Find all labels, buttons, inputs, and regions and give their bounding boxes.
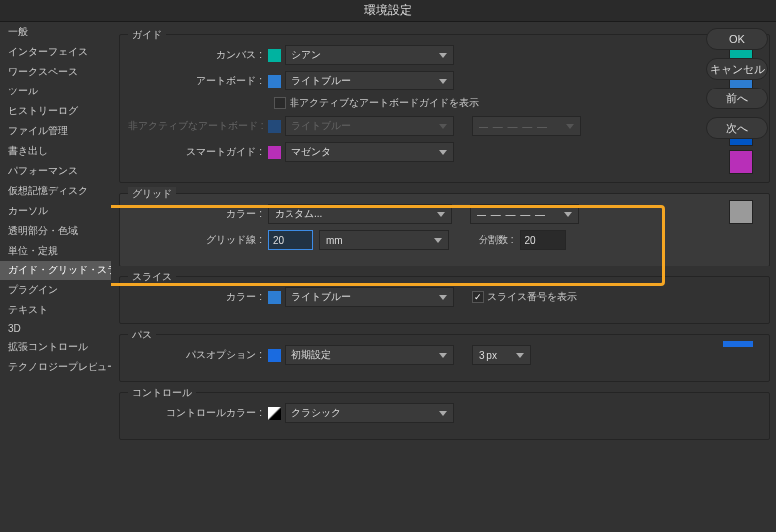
grid-color-label: カラー :: [128, 207, 268, 221]
sidebar-item-12[interactable]: ガイド・グリッド・スライス: [0, 261, 111, 280]
control-label: コントロールカラー :: [128, 406, 268, 420]
slice-swatch: [268, 291, 281, 304]
smart-color-tile[interactable]: [729, 150, 753, 174]
inactive-check-label: 非アクティブなアートボードガイドを表示: [290, 96, 479, 110]
artboard-label: アートボード :: [128, 74, 268, 88]
sidebar-item-2[interactable]: ワークスペース: [0, 62, 111, 82]
sidebar: 一般インターフェイスワークスペースツールヒストリーログファイル管理書き出しパフォ…: [0, 22, 111, 532]
section-title-grid: グリッド: [128, 187, 176, 201]
smart-swatch: [268, 146, 281, 159]
sidebar-item-11[interactable]: 単位・定規: [0, 241, 111, 261]
smart-label: スマートガイド :: [128, 145, 268, 159]
sidebar-item-9[interactable]: カーソル: [0, 201, 111, 221]
sidebar-item-10[interactable]: 透明部分・色域: [0, 221, 111, 241]
cancel-button[interactable]: キャンセル: [706, 58, 768, 80]
sidebar-item-13[interactable]: プラグイン: [0, 280, 111, 300]
sidebar-item-16[interactable]: 拡張コントロール: [0, 337, 111, 357]
sidebar-item-5[interactable]: ファイル管理: [0, 121, 111, 141]
window-title: 環境設定: [0, 0, 776, 22]
division-input[interactable]: [520, 230, 566, 250]
path-option-label: パスオプション :: [128, 348, 268, 362]
gridline-unit-dropdown[interactable]: mm: [319, 230, 449, 250]
sidebar-item-17[interactable]: テクノロジープレビュー: [0, 357, 111, 377]
slice-dropdown[interactable]: ライトブルー: [285, 287, 454, 307]
gridline-label: グリッド線 :: [128, 233, 268, 247]
slice-numbers-label: スライス番号を表示: [487, 290, 577, 304]
control-swatch: [268, 407, 281, 420]
canvas-dropdown[interactable]: シアン: [285, 45, 454, 65]
sidebar-item-0[interactable]: 一般: [0, 22, 111, 42]
grid-dash-dropdown[interactable]: — — — — —: [470, 204, 579, 224]
path-swatch: [268, 349, 281, 362]
control-dropdown[interactable]: クラシック: [285, 403, 454, 423]
sidebar-item-4[interactable]: ヒストリーログ: [0, 101, 111, 121]
section-title-control: コントロール: [128, 386, 196, 400]
slice-numbers-checkbox[interactable]: [472, 291, 484, 303]
path-option-dropdown[interactable]: 初期設定: [285, 345, 454, 365]
path-px-dropdown[interactable]: 3 px: [472, 345, 531, 365]
inactive-dash-dropdown: — — — — —: [472, 116, 581, 136]
canvas-label: カンバス :: [128, 48, 268, 62]
slice-color-label: カラー :: [128, 290, 268, 304]
path-preview: [723, 341, 753, 347]
sidebar-item-3[interactable]: ツール: [0, 82, 111, 101]
section-title-path: パス: [128, 328, 156, 342]
sidebar-item-8[interactable]: 仮想記憶ディスク: [0, 181, 111, 201]
sidebar-item-1[interactable]: インターフェイス: [0, 42, 111, 62]
artboard-dropdown[interactable]: ライトブルー: [285, 71, 454, 90]
canvas-swatch: [268, 49, 281, 62]
sidebar-item-15[interactable]: 3D: [0, 320, 111, 337]
main-panel: ガイド カンバス : シアン アートボード : ライトブルー 非アクティブなアー…: [111, 22, 776, 532]
section-title-slice: スライス: [128, 270, 176, 284]
gridline-input[interactable]: [268, 230, 313, 250]
section-title-guide: ガイド: [128, 28, 166, 42]
artboard-swatch: [268, 75, 281, 88]
next-button[interactable]: 次へ: [706, 117, 768, 139]
sidebar-item-14[interactable]: テキスト: [0, 300, 111, 320]
sidebar-item-7[interactable]: パフォーマンス: [0, 161, 111, 181]
inactive-checkbox[interactable]: [274, 97, 286, 109]
inactive-swatch: [268, 120, 281, 133]
inactive-label: 非アクティブなアートボード :: [128, 119, 268, 133]
sidebar-item-6[interactable]: 書き出し: [0, 141, 111, 161]
grid-color-dropdown[interactable]: カスタム...: [268, 204, 452, 224]
smart-dropdown[interactable]: マゼンタ: [285, 142, 454, 162]
division-label: 分割数 :: [479, 233, 520, 247]
ok-button[interactable]: OK: [706, 28, 768, 50]
inactive-dropdown: ライトブルー: [285, 116, 454, 136]
prev-button[interactable]: 前へ: [706, 88, 768, 109]
grid-color-tile[interactable]: [729, 200, 753, 224]
